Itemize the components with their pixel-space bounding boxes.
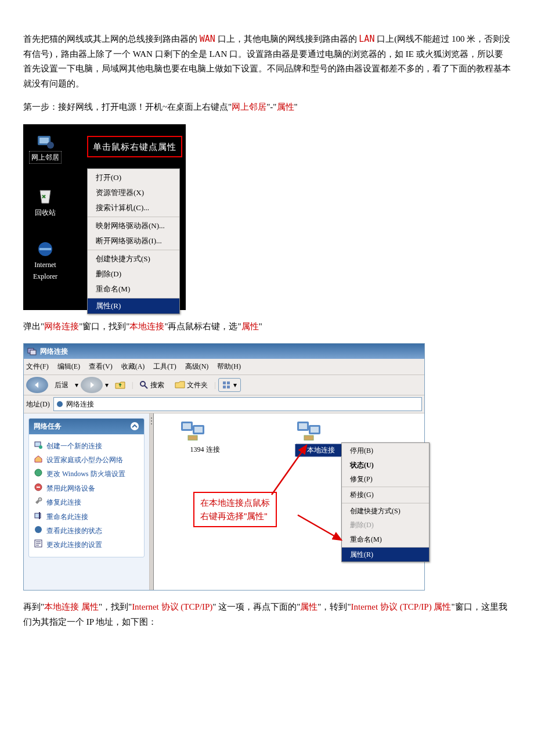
ctx2-status[interactable]: 状态(U)	[342, 458, 429, 472]
menu-file[interactable]: 文件(F)	[26, 362, 49, 370]
context-menu-network-places: 打开(O) 资源管理器(X) 搜索计算机(C)... 映射网络驱动器(N)...…	[87, 168, 180, 315]
splitter[interactable]	[150, 413, 154, 590]
callout-right-click-properties: 单击鼠标右键点属性	[87, 136, 182, 158]
task-repair[interactable]: 修复此连接	[34, 496, 139, 508]
svg-rect-28	[194, 427, 203, 433]
ctx2-rename[interactable]: 重命名(M)	[342, 532, 429, 546]
arrow-left-icon	[34, 381, 41, 388]
sidebar: 网络任务 创建一个新的连接 设置家庭或小型办公网络 更改 Windows 防火墙…	[24, 413, 149, 590]
ctx2-delete: 删除(D)	[342, 518, 429, 532]
svg-rect-34	[304, 435, 313, 440]
home-network-icon	[34, 454, 43, 463]
svg-point-14	[39, 445, 42, 449]
ctx2-bridge[interactable]: 桥接(G)	[342, 488, 429, 502]
ctx-explorer[interactable]: 资源管理器(X)	[88, 185, 179, 200]
svg-point-6	[140, 381, 145, 386]
hl-local-connection: 本地连接	[129, 322, 164, 331]
svg-rect-31	[299, 423, 307, 429]
chevron-up-icon	[130, 422, 139, 431]
svg-point-2	[47, 142, 54, 149]
ctx-unmap-drive[interactable]: 断开网络驱动器(I)...	[88, 233, 179, 249]
ie-icon	[35, 240, 55, 258]
paragraph-step1: 第一步：接好网线，打开电源！开机~在桌面上右键点"网上邻居"-"属性"	[23, 100, 511, 115]
context-menu-local-connection: 停用(B) 状态(U) 修复(P) 桥接(G) 创建快捷方式(S) 删除(D) …	[341, 442, 430, 562]
window-menubar: 文件(F) 编辑(E) 查看(V) 收藏(A) 工具(T) 高级(N) 帮助(H…	[24, 359, 424, 375]
svg-rect-9	[223, 386, 226, 388]
status-icon	[34, 525, 43, 534]
hl-network-connections: 网络连接	[44, 322, 79, 331]
svg-point-17	[38, 498, 42, 501]
callout-local-connection: 在本地连接点鼠标 右键再选择"属性"	[193, 492, 277, 527]
task-change[interactable]: 更改此连接的设置	[34, 539, 139, 550]
tasks-panel-header[interactable]: 网络任务	[29, 419, 144, 434]
task-new-connection[interactable]: 创建一个新的连接	[34, 440, 139, 452]
desktop-icon-ie[interactable]: Internet Explorer	[29, 240, 62, 283]
svg-rect-33	[311, 427, 319, 433]
svg-rect-1	[39, 138, 49, 143]
ctx-open[interactable]: 打开(O)	[88, 170, 179, 185]
svg-rect-8	[227, 381, 230, 384]
ctx-rename[interactable]: 重命名(M)	[88, 282, 179, 297]
task-rename[interactable]: 重命名此连接	[34, 511, 139, 523]
svg-rect-26	[183, 423, 191, 429]
address-box[interactable]: 网络连接	[53, 397, 422, 411]
paragraph-tcpip: 再到"本地连接 属性"，找到"Internet 协议 (TCP/IP)" 这一项…	[23, 600, 511, 629]
views-button[interactable]: ▾	[218, 378, 241, 392]
svg-point-24	[151, 423, 152, 424]
svg-rect-29	[188, 435, 197, 440]
ctx-properties[interactable]: 属性(R)	[88, 298, 179, 314]
wan-text: WAN	[200, 34, 215, 44]
network-adapter-icon	[295, 419, 323, 442]
folder-view[interactable]: 1394 连接 本地连接 停用(B) 状态(U) 修复(P) 桥接(G) 创建快…	[149, 413, 424, 590]
svg-point-23	[151, 420, 152, 422]
views-icon	[222, 381, 232, 389]
desktop-icon-recycle-bin[interactable]: 回收站	[29, 188, 62, 218]
svg-rect-19	[39, 512, 40, 519]
network-adapter-icon	[179, 419, 207, 442]
hl-network-places: 网上邻居	[232, 102, 266, 111]
up-button[interactable]	[111, 379, 129, 391]
forward-button[interactable]	[81, 377, 103, 393]
svg-rect-5	[30, 350, 36, 355]
menu-tools[interactable]: 工具(T)	[153, 362, 176, 370]
back-button[interactable]	[26, 377, 48, 393]
ctx-delete[interactable]: 删除(D)	[88, 267, 179, 282]
window-icon	[27, 347, 37, 355]
svg-point-15	[35, 469, 42, 476]
task-home-network[interactable]: 设置家庭或小型办公网络	[34, 454, 139, 466]
ctx-search[interactable]: 搜索计算机(C)...	[88, 200, 179, 215]
hl-properties-2: 属性	[241, 322, 259, 331]
hl-tcpip-prop: Internet 协议 (TCP/IP) 属性	[351, 602, 452, 611]
tasks-panel: 网络任务 创建一个新的连接 设置家庭或小型办公网络 更改 Windows 防火墙…	[28, 418, 145, 557]
ctx2-properties[interactable]: 属性(R)	[342, 548, 429, 561]
menu-help[interactable]: 帮助(H)	[217, 362, 241, 370]
menu-edit[interactable]: 编辑(E)	[57, 362, 80, 370]
menu-view[interactable]: 查看(V)	[89, 362, 113, 370]
paragraph-network-window: 弹出"网络连接"窗口，找到"本地连接"再点鼠标右键，选"属性"	[23, 319, 511, 334]
screenshot-desktop-context: 网上邻居 回收站 Internet Explorer 单击鼠标右键点属性 打开(…	[23, 124, 186, 310]
item-local-connection[interactable]: 本地连接	[295, 419, 347, 456]
menu-favorites[interactable]: 收藏(A)	[121, 362, 145, 370]
menu-advanced[interactable]: 高级(N)	[185, 362, 209, 370]
network-places-icon	[35, 132, 55, 150]
search-icon	[139, 380, 149, 390]
ctx-map-drive[interactable]: 映射网络驱动器(N)...	[88, 218, 179, 233]
svg-point-11	[57, 401, 63, 407]
task-disable[interactable]: 禁用此网络设备	[34, 483, 139, 494]
ctx-shortcut[interactable]: 创建快捷方式(S)	[88, 251, 179, 267]
new-connection-icon	[34, 440, 43, 449]
back-label[interactable]: 后退	[50, 378, 73, 392]
ctx2-disable[interactable]: 停用(B)	[342, 444, 429, 458]
svg-point-22	[151, 417, 152, 419]
task-status[interactable]: 查看此连接的状态	[34, 525, 139, 537]
desktop-icon-network-places[interactable]: 网上邻居	[29, 132, 62, 164]
folders-button[interactable]: 文件夹	[171, 378, 212, 392]
ctx2-shortcut[interactable]: 创建快捷方式(S)	[342, 504, 429, 518]
item-1394-connection[interactable]: 1394 连接	[179, 419, 231, 455]
paragraph-intro: 首先把猫的网线或其上网的总线接到路由器的 WAN 口上，其他电脑的网线接到路由器…	[23, 32, 511, 91]
task-firewall[interactable]: 更改 Windows 防火墙设置	[34, 468, 139, 480]
address-bar: 地址(D) 网络连接	[24, 395, 424, 413]
ctx2-repair[interactable]: 修复(P)	[342, 472, 429, 486]
window-titlebar[interactable]: 网络连接	[24, 344, 424, 359]
search-button[interactable]: 搜索	[135, 378, 168, 392]
